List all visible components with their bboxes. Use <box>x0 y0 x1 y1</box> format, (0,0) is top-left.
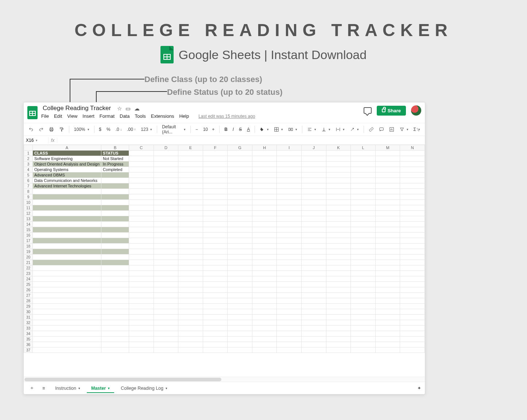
cell[interactable] <box>178 222 203 227</box>
cell[interactable] <box>32 244 101 249</box>
cell[interactable] <box>252 200 277 205</box>
cell[interactable] <box>252 276 277 282</box>
cell[interactable] <box>326 320 351 326</box>
cell[interactable] <box>32 337 101 342</box>
cell[interactable] <box>154 287 178 293</box>
document-title[interactable]: College Reading Tracker <box>41 104 112 112</box>
cell[interactable] <box>326 342 351 347</box>
cell[interactable] <box>203 271 228 276</box>
cell[interactable] <box>302 200 326 205</box>
cell[interactable] <box>302 238 326 244</box>
cell[interactable] <box>351 233 376 238</box>
cell[interactable] <box>228 337 252 342</box>
cell[interactable] <box>252 337 277 342</box>
cell[interactable] <box>277 320 302 326</box>
row-header[interactable]: 6 <box>24 178 33 183</box>
cell[interactable] <box>101 304 129 309</box>
cell[interactable] <box>178 347 203 353</box>
column-header[interactable]: F <box>203 145 228 151</box>
add-sheet-button[interactable]: ＋ <box>27 384 36 393</box>
cell[interactable] <box>101 233 129 238</box>
cell[interactable] <box>351 287 376 293</box>
row-header[interactable]: 31 <box>24 315 33 320</box>
cell[interactable] <box>252 227 277 233</box>
cell[interactable] <box>351 151 376 156</box>
cell[interactable] <box>129 162 154 167</box>
cell[interactable] <box>277 293 302 298</box>
cell[interactable] <box>326 189 351 194</box>
comment-button[interactable] <box>377 126 386 133</box>
cell[interactable] <box>375 172 400 178</box>
cell[interactable] <box>178 244 203 249</box>
last-edit-label[interactable]: Last edit was 15 minutes ago <box>198 114 255 119</box>
cell[interactable] <box>228 342 252 347</box>
cell[interactable] <box>400 172 425 178</box>
cell[interactable] <box>101 189 129 194</box>
cell[interactable] <box>277 216 302 222</box>
cell[interactable] <box>277 189 302 194</box>
cell[interactable] <box>203 172 228 178</box>
cell[interactable]: STATUS <box>101 151 129 156</box>
cell[interactable] <box>326 151 351 156</box>
paint-format-button[interactable] <box>57 126 66 133</box>
row-header[interactable]: 1 <box>24 151 33 156</box>
menu-format[interactable]: Format <box>100 113 115 119</box>
font-size-increase[interactable]: + <box>210 126 216 133</box>
menu-file[interactable]: File <box>41 113 49 119</box>
cell[interactable] <box>400 222 425 227</box>
cell[interactable] <box>203 347 228 353</box>
cell[interactable] <box>375 254 400 260</box>
cell[interactable]: Operating Systems <box>32 167 101 172</box>
row-header[interactable]: 4 <box>24 167 33 172</box>
cell[interactable] <box>351 342 376 347</box>
cell[interactable] <box>203 200 228 205</box>
cell[interactable] <box>101 211 129 216</box>
cell[interactable] <box>178 172 203 178</box>
menu-insert[interactable]: Insert <box>82 113 94 119</box>
cell[interactable] <box>326 156 351 162</box>
cell[interactable] <box>351 315 376 320</box>
cell[interactable] <box>375 227 400 233</box>
cell[interactable] <box>302 315 326 320</box>
cell[interactable] <box>178 156 203 162</box>
cell[interactable] <box>400 282 425 287</box>
increase-decimal-button[interactable]: .00↑ <box>125 126 137 133</box>
cell[interactable] <box>277 200 302 205</box>
row-header[interactable]: 20 <box>24 254 33 260</box>
row-header[interactable]: 5 <box>24 172 33 178</box>
row-header[interactable]: 21 <box>24 260 33 265</box>
cell[interactable] <box>375 244 400 249</box>
cell[interactable] <box>129 200 154 205</box>
cell[interactable] <box>326 260 351 265</box>
cell[interactable] <box>178 151 203 156</box>
cell[interactable] <box>375 298 400 304</box>
cell[interactable] <box>302 194 326 200</box>
cell[interactable] <box>400 205 425 211</box>
cell[interactable] <box>252 254 277 260</box>
row-header[interactable]: 26 <box>24 287 33 293</box>
cell[interactable] <box>154 183 178 189</box>
cell[interactable] <box>203 233 228 238</box>
column-header[interactable]: M <box>375 145 400 151</box>
cell[interactable] <box>400 304 425 309</box>
cell[interactable] <box>228 254 252 260</box>
cell[interactable] <box>178 265 203 271</box>
cell[interactable] <box>178 238 203 244</box>
cell[interactable] <box>351 189 376 194</box>
column-header[interactable]: N <box>400 145 425 151</box>
cell[interactable] <box>277 205 302 211</box>
cell[interactable] <box>302 167 326 172</box>
cell[interactable] <box>326 227 351 233</box>
cell[interactable] <box>400 337 425 342</box>
cell[interactable] <box>277 156 302 162</box>
cell[interactable] <box>154 254 178 260</box>
h-align-button[interactable] <box>305 126 318 133</box>
cell[interactable] <box>351 304 376 309</box>
cell[interactable] <box>302 293 326 298</box>
cell[interactable] <box>154 205 178 211</box>
cell[interactable] <box>326 254 351 260</box>
cell[interactable] <box>32 271 101 276</box>
cell[interactable] <box>252 260 277 265</box>
cell[interactable] <box>277 304 302 309</box>
cell[interactable] <box>178 260 203 265</box>
